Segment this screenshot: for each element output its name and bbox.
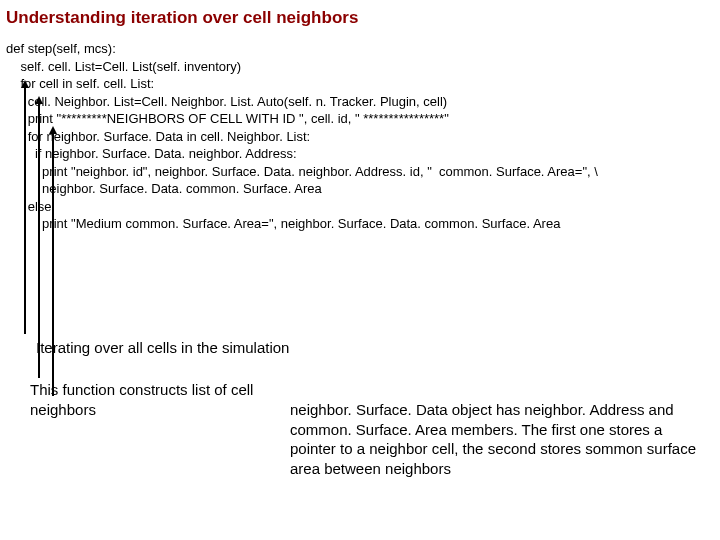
annotation-function: This function constructs list of cell ne… <box>30 380 290 419</box>
arrow-icon <box>24 88 26 334</box>
code-line: cell. Neighbor. List=Cell. Neighbor. Lis… <box>6 93 598 111</box>
code-line: for neighbor. Surface. Data in cell. Nei… <box>6 128 598 146</box>
code-line: print "neighbor. id", neighbor. Surface.… <box>6 163 598 181</box>
annotation-neighbor-data: neighbor. Surface. Data object has neigh… <box>290 400 700 478</box>
code-line: print "*********NEIGHBORS OF CELL WITH I… <box>6 110 598 128</box>
code-line: def step(self, mcs): <box>6 40 598 58</box>
page-title: Understanding iteration over cell neighb… <box>0 0 720 28</box>
arrow-icon <box>38 104 40 378</box>
code-line: self. cell. List=Cell. List(self. invent… <box>6 58 598 76</box>
code-line: print "Medium common. Surface. Area=", n… <box>6 215 598 233</box>
code-line: neighbor. Surface. Data. common. Surface… <box>6 180 598 198</box>
code-line: for cell in self. cell. List: <box>6 75 598 93</box>
code-block: def step(self, mcs): self. cell. List=Ce… <box>6 40 598 233</box>
code-line: else: <box>6 198 598 216</box>
code-line: if neighbor. Surface. Data. neighbor. Ad… <box>6 145 598 163</box>
annotation-iterating: Iterating over all cells in the simulati… <box>36 338 356 358</box>
